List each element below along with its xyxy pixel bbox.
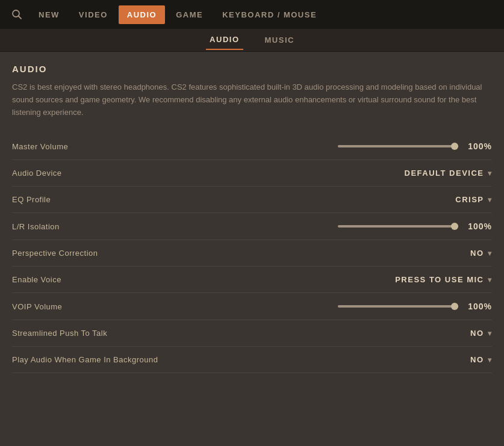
setting-row-enable-voice: Enable Voice PRESS TO USE MIC ▾: [12, 267, 492, 293]
top-navigation: NEW VIDEO AUDIO GAME KEYBOARD / MOUSE: [0, 0, 504, 29]
streamlined-push-to-talk-dropdown[interactable]: NO ▾: [470, 329, 492, 338]
svg-line-1: [19, 16, 22, 19]
nav-item-new[interactable]: NEW: [30, 5, 68, 24]
chevron-down-icon: ▾: [488, 276, 493, 284]
master-volume-value: 100%: [464, 141, 492, 151]
master-volume-slider[interactable]: [338, 145, 458, 147]
setting-label-play-audio-background: Play Audio When Game In Background: [12, 355, 158, 364]
lr-isolation-value: 100%: [464, 221, 492, 231]
perspective-correction-dropdown[interactable]: NO ▾: [470, 249, 492, 258]
search-button[interactable]: [6, 4, 28, 25]
setting-label-streamlined-push-to-talk: Streamlined Push To Talk: [12, 329, 107, 338]
enable-voice-value: PRESS TO USE MIC: [395, 275, 484, 284]
chevron-down-icon: ▾: [488, 196, 493, 204]
section-title: Audio: [12, 64, 492, 74]
chevron-down-icon: ▾: [488, 249, 493, 258]
chevron-down-icon: ▾: [488, 356, 493, 364]
setting-row-perspective-correction: Perspective Correction NO ▾: [12, 240, 492, 267]
streamlined-push-to-talk-value: NO: [470, 329, 484, 338]
play-audio-background-dropdown[interactable]: NO ▾: [470, 355, 492, 364]
setting-label-lr-isolation: L/R Isolation: [12, 222, 60, 231]
subnav-item-audio[interactable]: AUDIO: [206, 30, 243, 50]
voip-volume-value: 100%: [464, 302, 492, 311]
setting-row-eq-profile: EQ Profile CRISP ▾: [12, 187, 492, 213]
play-audio-background-value: NO: [470, 355, 484, 364]
lr-isolation-slider[interactable]: [338, 225, 458, 228]
enable-voice-dropdown[interactable]: PRESS TO USE MIC ▾: [395, 275, 492, 284]
setting-label-master-volume: Master Volume: [12, 142, 68, 151]
setting-row-voip-volume: VOIP Volume 100%: [12, 293, 492, 320]
setting-row-audio-device: Audio Device DEFAULT DEVICE ▾: [12, 160, 492, 187]
voip-volume-slider[interactable]: [338, 305, 458, 308]
setting-label-perspective-correction: Perspective Correction: [12, 249, 98, 258]
audio-description: CS2 is best enjoyed with stereo headphon…: [12, 81, 492, 119]
nav-item-audio[interactable]: AUDIO: [119, 5, 165, 24]
audio-device-value: DEFAULT DEVICE: [405, 169, 484, 178]
setting-row-lr-isolation: L/R Isolation 100%: [12, 213, 492, 240]
settings-list: Master Volume 100% Audio Device DEFAULT …: [12, 133, 492, 373]
nav-item-video[interactable]: VIDEO: [70, 5, 116, 24]
nav-item-game[interactable]: GAME: [167, 5, 211, 24]
setting-label-enable-voice: Enable Voice: [12, 275, 61, 284]
perspective-correction-value: NO: [470, 249, 484, 258]
chevron-down-icon: ▾: [488, 329, 493, 338]
setting-control-master-volume: 100%: [338, 141, 492, 151]
setting-label-voip-volume: VOIP Volume: [12, 302, 62, 311]
setting-row-play-audio-background: Play Audio When Game In Background NO ▾: [12, 347, 492, 373]
setting-row-master-volume: Master Volume 100%: [12, 133, 492, 160]
setting-label-eq-profile: EQ Profile: [12, 195, 51, 204]
chevron-down-icon: ▾: [488, 169, 493, 178]
subnav-item-music[interactable]: MUSIC: [261, 31, 298, 49]
eq-profile-dropdown[interactable]: CRISP ▾: [455, 195, 492, 204]
setting-row-streamlined-push-to-talk: Streamlined Push To Talk NO ▾: [12, 320, 492, 347]
main-content: Audio CS2 is best enjoyed with stereo he…: [0, 52, 504, 373]
setting-label-audio-device: Audio Device: [12, 169, 62, 178]
sub-navigation: AUDIO MUSIC: [0, 29, 504, 52]
setting-control-lr-isolation: 100%: [338, 221, 492, 231]
audio-device-dropdown[interactable]: DEFAULT DEVICE ▾: [405, 169, 493, 178]
setting-control-voip-volume: 100%: [338, 302, 492, 311]
nav-item-keyboard-mouse[interactable]: KEYBOARD / MOUSE: [214, 5, 325, 24]
eq-profile-value: CRISP: [455, 195, 484, 204]
